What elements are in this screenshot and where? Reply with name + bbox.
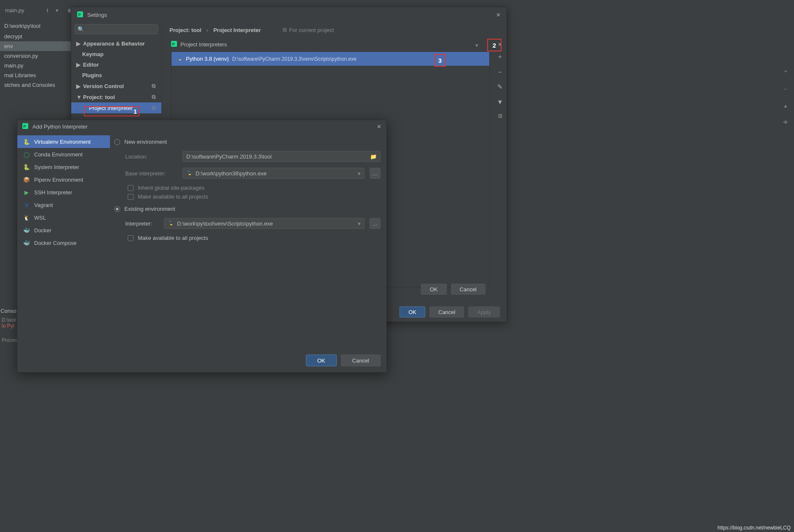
project-tree-item[interactable]: main.py: [0, 61, 71, 70]
browse-button[interactable]: …: [370, 218, 381, 229]
checkbox-inherit[interactable]: [128, 185, 134, 191]
ok-button[interactable]: OK: [400, 306, 425, 317]
folder-icon[interactable]: 📁: [370, 153, 377, 160]
settings-category[interactable]: ▶Appearance & Behavior: [71, 38, 161, 49]
env-type-item[interactable]: 🐧WSL: [17, 211, 110, 224]
arrow-icon: ▶: [76, 83, 80, 89]
project-tree-item[interactable]: rnal Libraries: [0, 70, 71, 80]
settings-category[interactable]: ▶Editor: [71, 59, 161, 70]
settings-category[interactable]: Project Interpreter⧉: [71, 102, 161, 113]
breadcrumb-interpreter: Project Interpreter: [213, 27, 261, 33]
env-label: Vagrant: [34, 202, 53, 208]
project-tree-item[interactable]: decrypt: [0, 32, 71, 41]
env-label: System Interpreter: [34, 164, 79, 170]
category-label: Version Control: [83, 83, 124, 89]
dropdown-arrow-icon[interactable]: ▾: [475, 42, 478, 48]
python-icon: [177, 55, 182, 62]
settings-category[interactable]: ▶Version Control⧉: [71, 81, 161, 91]
project-tree-item[interactable]: env: [0, 41, 71, 51]
cancel-button[interactable]: Cancel: [429, 306, 464, 317]
eye-icon[interactable]: 👁: [783, 119, 789, 126]
toolbar-t-label: t: [44, 6, 51, 14]
radio-new-env[interactable]: [114, 139, 120, 145]
env-type-item[interactable]: ◯Conda Environment: [17, 148, 110, 161]
settings-search[interactable]: 🔍: [75, 24, 158, 34]
env-label: Virtualenv Environment: [34, 139, 91, 145]
settings-category[interactable]: ▼Project: tool⧉: [71, 91, 161, 102]
project-root[interactable]: D:\work\py\tool: [0, 20, 71, 32]
add-icon[interactable]: ＋: [497, 53, 503, 61]
console-line: D:\wor: [2, 317, 17, 323]
console-error: lo Pyt: [2, 323, 17, 329]
settings-category[interactable]: Plugins: [71, 70, 161, 81]
checkbox-make-available-2[interactable]: [128, 235, 134, 241]
category-label: Appearance & Behavior: [83, 40, 145, 47]
scope-icon: ⧉: [152, 105, 156, 111]
filter-icon[interactable]: ▼: [497, 98, 503, 105]
env-type-item[interactable]: 🐍System Interpreter: [17, 161, 110, 173]
env-icon: ◯: [23, 151, 30, 158]
project-tree-item[interactable]: conversion.py: [0, 51, 71, 61]
env-icon: ▶: [23, 189, 30, 196]
dialog-title: Add Python Interpreter: [32, 124, 88, 130]
env-label: SSH Interpreter: [34, 189, 72, 196]
base-interpreter-dropdown[interactable]: D:\work\python38\python.exe ▾: [182, 168, 365, 179]
console-tab[interactable]: Conso: [0, 304, 17, 317]
interpreter-name: Python 3.8 (venv): [186, 56, 229, 62]
checkbox-make-available[interactable]: [128, 194, 134, 200]
tab-main[interactable]: main.py: [5, 7, 24, 13]
add-icon[interactable]: ＋: [783, 67, 789, 75]
interpreter-path: D:\software\PyCharm 2019.3.3\venv\Script…: [232, 56, 357, 62]
remove-icon[interactable]: −: [784, 86, 787, 92]
pycharm-icon: P: [77, 11, 83, 19]
env-type-item[interactable]: 🐳Docker: [17, 224, 110, 236]
python-icon: [168, 220, 174, 227]
interpreter-row[interactable]: Python 3.8 (venv) D:\software\PyCharm 20…: [172, 52, 489, 66]
make-available-label-2: Make available to all projects: [138, 235, 208, 241]
radio-existing-env[interactable]: [114, 206, 120, 212]
settings-category[interactable]: Keymap: [71, 49, 161, 59]
close-icon[interactable]: ✕: [498, 41, 502, 48]
watermark: https://blog.csdn.net/newbieLCQ: [718, 525, 791, 531]
new-env-label: New environment: [124, 139, 167, 145]
inherit-label: Inherit global site-packages: [138, 185, 204, 191]
up-icon[interactable]: ▲: [783, 103, 788, 108]
cancel-button[interactable]: Cancel: [341, 355, 381, 366]
env-type-item[interactable]: ▶SSH Interpreter: [17, 186, 110, 199]
env-type-item[interactable]: VVagrant: [17, 199, 110, 211]
env-icon: V: [23, 202, 30, 208]
console-process: Proces: [2, 337, 17, 343]
env-type-item[interactable]: 📦Pipenv Environment: [17, 173, 110, 186]
close-icon[interactable]: ✕: [377, 124, 381, 130]
inner-ok-button[interactable]: OK: [421, 284, 447, 295]
chevron-right-icon: ›: [207, 27, 208, 33]
tree-icon[interactable]: ⊟: [498, 113, 502, 119]
scope-icon: ⧉: [152, 94, 156, 100]
category-label: Project: tool: [83, 94, 115, 100]
interpreter-dropdown[interactable]: D:\work\py\tool\venv\Scripts\python.exe …: [164, 218, 365, 229]
remove-icon[interactable]: −: [498, 68, 502, 75]
interpreter-label: Interpreter:: [125, 220, 159, 227]
category-label: Editor: [83, 62, 99, 68]
search-icon: 🔍: [78, 26, 84, 32]
env-type-item[interactable]: 🐳Docker Compose: [17, 236, 110, 249]
browse-button[interactable]: …: [370, 168, 381, 179]
inner-cancel-button[interactable]: Cancel: [451, 284, 486, 295]
env-icon: 🐧: [23, 214, 30, 221]
ok-button[interactable]: OK: [306, 355, 337, 366]
scope-icon: ⧉: [152, 83, 156, 89]
arrow-icon: ▶: [76, 40, 80, 47]
pycharm-icon: P: [171, 41, 177, 48]
svg-text:P: P: [24, 124, 26, 128]
env-type-item[interactable]: 🐍Virtualenv Environment: [17, 135, 110, 148]
arrow-icon: ▶: [76, 62, 80, 68]
chevron-down-icon: ▾: [358, 170, 361, 177]
for-project-label: For current project: [289, 27, 334, 33]
location-input[interactable]: D:\software\PyCharm 2019.3.3\tool 📁: [182, 151, 381, 162]
env-icon: 🐍: [23, 138, 30, 145]
edit-icon[interactable]: ✎: [497, 83, 503, 91]
panel-title: Project Interpreters: [180, 41, 227, 48]
project-tree-item[interactable]: stches and Consoles: [0, 80, 71, 90]
close-icon[interactable]: ✕: [496, 12, 501, 18]
apply-button[interactable]: Apply: [468, 306, 500, 317]
